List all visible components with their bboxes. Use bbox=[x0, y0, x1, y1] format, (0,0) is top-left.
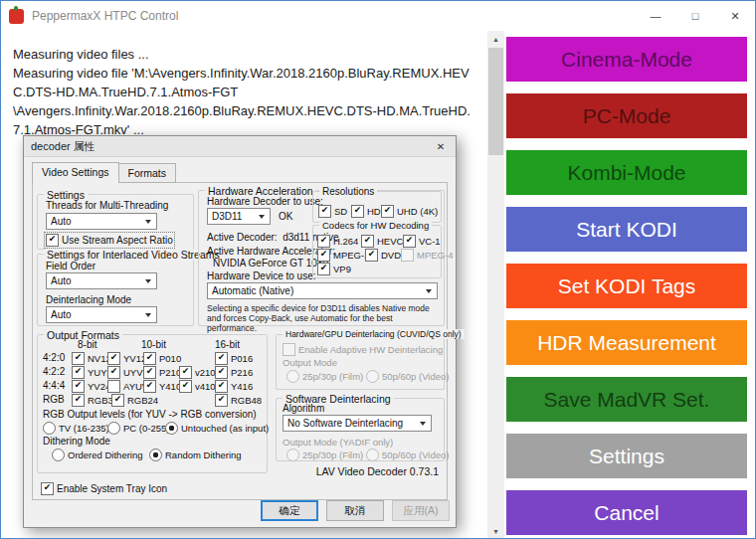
radio-ordered-dithering[interactable]: Ordered Dithering bbox=[52, 449, 143, 461]
algorithm-label: Algorithm bbox=[283, 403, 324, 414]
checkbox-yv24[interactable]: YV24 bbox=[72, 380, 110, 393]
scrollbar-thumb[interactable] bbox=[488, 48, 503, 155]
subgroup-codecs-hw-decoding: Codecs for HW Decoding H.264 HEVC VC-1 M… bbox=[312, 225, 442, 278]
group-hardware-acceleration: Hardware Acceleration Hardware Decoder t… bbox=[198, 190, 445, 326]
checkbox-dvd[interactable]: DVD bbox=[365, 249, 401, 262]
checkbox-y410[interactable]: Y410 bbox=[143, 380, 181, 393]
threads-label: Threads for Multi-Threading bbox=[46, 200, 168, 211]
group-sw-deinterlacing: Software Deinterlacing Algorithm No Soft… bbox=[276, 398, 445, 461]
app-icon bbox=[9, 9, 24, 24]
maximize-button[interactable]: □ bbox=[675, 1, 715, 31]
decoder-properties-dialog: decoder 属性 ✕ Video Settings Formats Sett… bbox=[23, 135, 457, 528]
minimize-button[interactable]: — bbox=[636, 1, 675, 31]
group-hw-deinterlacing: Hardware/GPU Deinterlacing (CUVID/QS onl… bbox=[276, 334, 445, 390]
sidebar-button-hdr-measurement[interactable]: HDR Measurement bbox=[506, 320, 747, 365]
radio-sw-deint-film[interactable]: 25p/30p (Film) bbox=[286, 449, 363, 461]
checkbox-uhd-4k[interactable]: UHD (4K) bbox=[381, 205, 438, 218]
sidebar-button-cancel[interactable]: Cancel bbox=[506, 490, 747, 535]
sidebar-button-set-kodi-tags[interactable]: Set KODI Tags bbox=[506, 264, 747, 308]
checkbox-v410[interactable]: v410 bbox=[179, 380, 216, 393]
row-label-422: 4:2:2 bbox=[43, 366, 65, 377]
log-line: Measuring video files ... bbox=[13, 45, 475, 64]
col-header-10bit: 10-bit bbox=[141, 339, 166, 350]
log-line: Measuring video file 'M:\Avengers.Infini… bbox=[13, 64, 475, 101]
log-scrollbar[interactable]: ▲ ▼ bbox=[487, 31, 504, 539]
threads-dropdown[interactable]: Auto bbox=[46, 213, 157, 230]
tab-strip: Video Settings Formats bbox=[32, 162, 175, 183]
sidebar: Cinema-Mode PC-Mode Kombi-Mode Start KOD… bbox=[504, 31, 755, 538]
radio-pc-levels[interactable]: PC (0-255) bbox=[107, 422, 169, 435]
checkbox-hd[interactable]: HD bbox=[351, 205, 381, 218]
titlebar: PeppermaxX HTPC Control — □ ✕ bbox=[1, 1, 755, 31]
field-order-label: Field Order bbox=[46, 261, 95, 271]
hw-decoder-label: Hardware Decoder to use: bbox=[207, 196, 323, 207]
window-title: PeppermaxX HTPC Control bbox=[32, 9, 178, 23]
sidebar-button-kombi-mode[interactable]: Kombi-Mode bbox=[506, 150, 747, 195]
checkbox-mpeg4[interactable]: MPEG-4 bbox=[401, 249, 453, 262]
row-label-444: 4:4:4 bbox=[43, 380, 65, 391]
radio-untouched-levels[interactable]: Untouched (as input) bbox=[165, 422, 269, 435]
checkbox-p010[interactable]: P010 bbox=[143, 352, 181, 365]
checkbox-enable-system-tray-icon[interactable]: Enable System Tray Icon bbox=[41, 482, 167, 495]
radio-tv-levels[interactable]: TV (16-235) bbox=[43, 422, 109, 435]
dialog-button-row: 确定 取消 应用(A) bbox=[261, 500, 450, 521]
checkbox-rgb24[interactable]: RGB24 bbox=[111, 394, 158, 407]
radio-sw-deint-video[interactable]: 50p/60p (Video) bbox=[366, 449, 449, 461]
checkbox-use-stream-aspect-ratio[interactable]: Use Stream Aspect Ratio bbox=[46, 234, 173, 247]
checkbox-yv12[interactable]: YV12 bbox=[107, 352, 146, 365]
hw-device-dropdown[interactable]: Automatic (Native) bbox=[207, 282, 438, 299]
tab-page-video-settings: Settings Threads for Multi-Threading Aut… bbox=[32, 182, 448, 500]
cancel-button[interactable]: 取消 bbox=[326, 500, 384, 521]
sidebar-button-start-kodi[interactable]: Start KODI bbox=[506, 207, 747, 252]
checkbox-sd[interactable]: SD bbox=[318, 205, 347, 218]
tab-video-settings[interactable]: Video Settings bbox=[32, 162, 119, 183]
sw-deint-algorithm-dropdown[interactable]: No Software Deinterlacing bbox=[283, 415, 432, 432]
apply-button[interactable]: 应用(A) bbox=[392, 500, 450, 521]
dialog-title: decoder 属性 bbox=[31, 139, 95, 154]
checkbox-nv12[interactable]: NV12 bbox=[72, 352, 111, 365]
dialog-titlebar[interactable]: decoder 属性 ✕ bbox=[24, 136, 456, 157]
hw-decoder-dropdown[interactable]: D3D11 bbox=[207, 208, 271, 225]
group-output-formats: Output Formats 8-bit 10-bit 16-bit 4:2:0… bbox=[37, 334, 268, 473]
sidebar-button-pc-mode[interactable]: PC-Mode bbox=[506, 93, 747, 138]
checkbox-p210[interactable]: P210 bbox=[143, 366, 181, 379]
checkbox-rgb48[interactable]: RGB48 bbox=[215, 394, 262, 407]
checkbox-y416[interactable]: Y416 bbox=[215, 380, 253, 393]
deinterlacing-mode-label: Deinterlacing Mode bbox=[46, 294, 131, 305]
dialog-close-icon[interactable]: ✕ bbox=[426, 136, 456, 157]
deinterlacing-mode-dropdown[interactable]: Auto bbox=[46, 306, 157, 323]
checkbox-vc1[interactable]: VC-1 bbox=[403, 235, 441, 248]
checkbox-yuy2[interactable]: YUY2 bbox=[72, 366, 112, 379]
field-order-dropdown[interactable]: Auto bbox=[46, 272, 157, 289]
checkbox-ayuv[interactable]: AYUV bbox=[107, 380, 148, 393]
app-window: PeppermaxX HTPC Control — □ ✕ Measuring … bbox=[0, 0, 756, 539]
close-button[interactable]: ✕ bbox=[715, 1, 755, 31]
checkbox-p216[interactable]: P216 bbox=[215, 366, 253, 379]
tab-formats[interactable]: Formats bbox=[118, 163, 177, 183]
group-interlaced-title: Settings for Interlaced Video Streams bbox=[44, 249, 223, 261]
checkbox-mpeg2[interactable]: MPEG-2 bbox=[317, 249, 369, 262]
active-decoder-label: Active Decoder: bbox=[207, 232, 278, 243]
log-line: \Avengers.Infinity.War.2018.2160p.BluRay… bbox=[13, 101, 475, 139]
window-controls: — □ ✕ bbox=[636, 1, 755, 31]
sidebar-button-save-madvr[interactable]: Save MadVR Set. bbox=[506, 377, 747, 422]
checkbox-v210[interactable]: v210 bbox=[179, 366, 216, 379]
checkbox-h264[interactable]: H.264 bbox=[317, 235, 358, 248]
ok-button[interactable]: 确定 bbox=[261, 500, 318, 521]
radio-hw-deint-video[interactable]: 50p/60p (Video) bbox=[366, 370, 449, 383]
radio-hw-deint-film[interactable]: 25p/30p (Film) bbox=[286, 370, 363, 383]
checkbox-hevc[interactable]: HEVC bbox=[361, 235, 403, 248]
checkbox-vp9[interactable]: VP9 bbox=[317, 263, 351, 275]
group-interlaced-settings: Settings for Interlaced Video Streams Fi… bbox=[37, 254, 194, 326]
sw-deint-output-mode-label: Output Mode (YADIF only) bbox=[283, 437, 393, 448]
row-label-rgb: RGB bbox=[43, 394, 65, 405]
radio-random-dithering[interactable]: Random Dithering bbox=[149, 449, 242, 461]
checkbox-adaptive-hw-deinterlacing[interactable]: Enable Adaptive HW Deinterlacing bbox=[283, 343, 443, 356]
sidebar-button-cinema-mode[interactable]: Cinema-Mode bbox=[506, 37, 747, 82]
checkbox-p016[interactable]: P016 bbox=[215, 352, 253, 365]
sidebar-button-settings[interactable]: Settings bbox=[506, 434, 747, 478]
row-label-420: 4:2:0 bbox=[43, 352, 65, 363]
hw-device-label: Hardware Device to use: bbox=[207, 270, 316, 281]
scroll-up-icon[interactable]: ▲ bbox=[487, 31, 504, 48]
scroll-down-icon[interactable]: ▼ bbox=[487, 523, 504, 539]
